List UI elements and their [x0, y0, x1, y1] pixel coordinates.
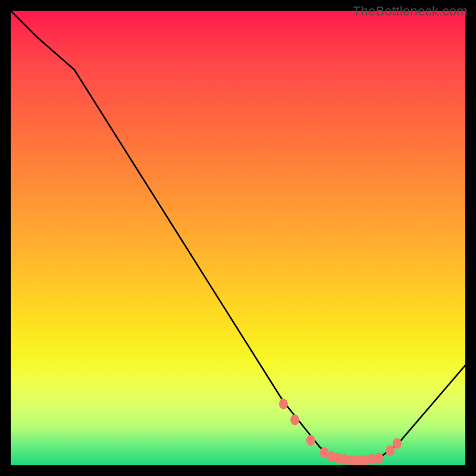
- chart-frame: TheBottleneck.com: [0, 0, 476, 476]
- curve-marker: [393, 438, 402, 449]
- curve-marker: [290, 415, 299, 425]
- watermark-text: TheBottleneck.com: [353, 4, 468, 19]
- curve-marker: [374, 453, 383, 464]
- curve-marker: [279, 399, 288, 409]
- plot-border: [11, 11, 465, 465]
- curve-marker: [306, 435, 315, 446]
- bottleneck-curve: [11, 11, 465, 461]
- plot-area: [11, 11, 465, 465]
- curve-layer: [11, 11, 465, 465]
- curve-marker: [386, 446, 394, 456]
